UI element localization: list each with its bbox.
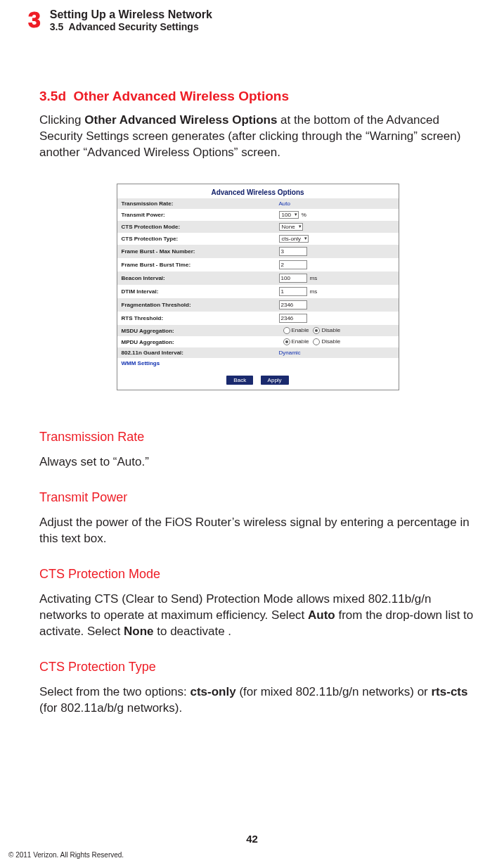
section-id-line: 3.5 Advanced Security Settings [50,21,212,32]
input-frame-burst-time[interactable]: 2 [279,260,307,269]
row-wmm-settings: WMM Settings [117,358,399,369]
row-frame-burst-time: Frame Burst - Burst Time:2 [117,258,399,271]
row-dtim-interval: DTIM Interval:1ms [117,285,399,298]
row-rts-threshold: RTS Threshold:2346 [117,312,399,325]
subsection-heading: 3.5d Other Advanced Wireless Options [39,89,476,104]
subsection-number: 3.5d [39,89,66,103]
row-transmission-rate: Transmission Rate:Auto [117,198,399,209]
select-cts-mode[interactable]: None [279,223,303,231]
intro-pre: Clicking [39,113,84,127]
back-button[interactable]: Back [226,376,253,385]
radio-msdu-disable[interactable] [313,327,320,334]
select-cts-type[interactable]: cts-only [279,235,309,243]
row-transmit-power: Transmit Power:100% [117,209,399,221]
page-header: 3 Setting Up a Wireless Network 3.5 Adva… [17,8,487,32]
intro-bold: Other Advanced Wireless Options [84,113,277,127]
input-beacon-interval[interactable]: 100 [279,274,307,283]
radio-mpdu-enable[interactable] [283,338,290,345]
section-title: Advanced Security Settings [69,21,199,32]
panel-button-row: Back Apply [117,369,399,390]
heading-transmission-rate: Transmission Rate [39,430,476,445]
body-transmit-power: Adjust the power of the FiOS Router’s wi… [39,515,476,547]
row-cts-mode: CTS Protection Mode:None [117,221,399,233]
heading-cts-type: CTS Protection Type [39,660,476,675]
input-frame-burst-max[interactable]: 3 [279,247,307,256]
subsection-title: Other Advanced Wireless Options [74,89,289,103]
advanced-wireless-options-panel: Advanced Wireless Options Transmission R… [117,184,399,390]
heading-cts-mode: CTS Protection Mode [39,567,476,582]
body-cts-type: Select from the two options: cts-only (f… [39,684,476,717]
page-number: 42 [0,833,504,845]
row-guard-interval: 802.11n Guard Interval:Dynamic [117,347,399,358]
input-rts-threshold[interactable]: 2346 [279,314,307,323]
wmm-settings-link[interactable]: WMM Settings [122,360,160,366]
apply-button[interactable]: Apply [261,376,289,385]
section-number: 3.5 [50,21,63,32]
value-transmission-rate: Auto [279,200,290,207]
row-frag-threshold: Fragmentation Threshold:2346 [117,298,399,312]
row-cts-type: CTS Protection Type:cts-only [117,233,399,245]
input-dtim-interval[interactable]: 1 [279,287,307,296]
row-mpdu: MPDU Aggregation:EnableDisable [117,336,399,347]
radio-msdu-enable[interactable] [283,327,290,334]
panel-title: Advanced Wireless Options [117,184,399,198]
row-frame-burst-max: Frame Burst - Max Number:3 [117,245,399,258]
radio-mpdu-disable[interactable] [313,338,320,345]
body-transmission-rate: Always set to “Auto.” [39,454,476,471]
row-msdu: MSDU Aggregation:EnableDisable [117,325,399,336]
copyright-text: © 2011 Verizon. All Rights Reserved. [8,851,124,859]
value-guard-interval: Dynamic [279,350,301,356]
body-cts-mode: Activating CTS (Clear to Send) Protectio… [39,592,476,640]
heading-transmit-power: Transmit Power [39,490,476,505]
row-beacon-interval: Beacon Interval:100ms [117,271,399,285]
input-frag-threshold[interactable]: 2346 [279,300,307,309]
select-transmit-power[interactable]: 100 [279,211,299,219]
options-table: Transmission Rate:Auto Transmit Power:10… [117,198,399,369]
chapter-title: Setting Up a Wireless Network [50,8,212,21]
intro-paragraph: Clicking Other Advanced Wireless Options… [39,113,476,161]
chapter-number: 3 [28,8,40,31]
